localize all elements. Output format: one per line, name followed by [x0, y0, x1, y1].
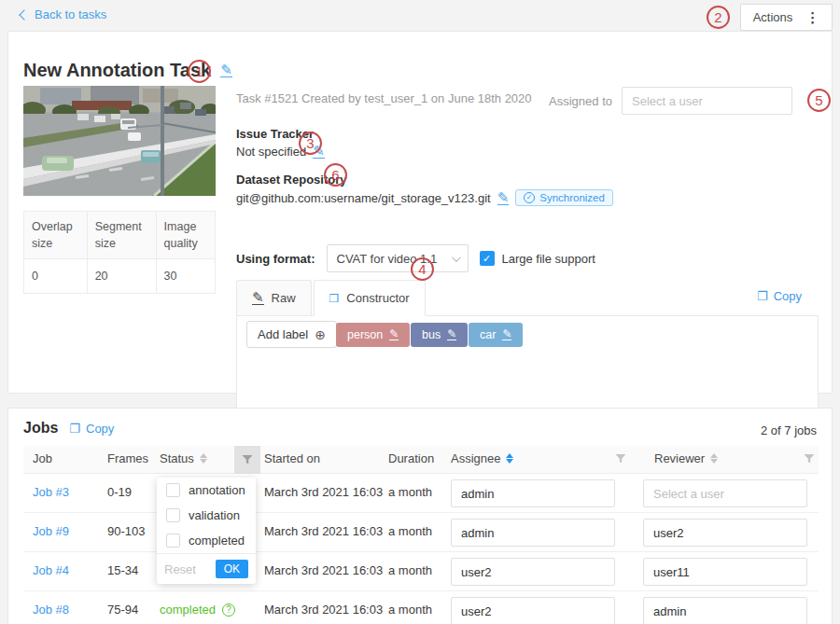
col-status-label: Status — [160, 451, 194, 465]
large-file-support-option: ✓ Large file support — [480, 251, 595, 266]
col-duration: Duration — [388, 451, 434, 465]
job-duration: a month — [388, 524, 432, 538]
col-reviewer[interactable]: Reviewer — [654, 451, 718, 465]
reviewer-filter-button[interactable] — [804, 453, 815, 467]
labels-constructor-panel: Add label ⊕ person ✎ bus ✎ car ✎ — [236, 316, 819, 409]
job-link[interactable]: Job #9 — [33, 524, 69, 538]
filter-ok-button[interactable]: OK — [216, 560, 248, 578]
tab-raw[interactable]: ✎ Raw — [236, 280, 312, 315]
label-chip-person[interactable]: person ✎ — [336, 323, 410, 347]
jobs-table: Job Frames Status Started on Duration As… — [23, 446, 819, 624]
filter-option-validation-label: validation — [189, 508, 240, 522]
question-circle-icon: ? — [222, 603, 235, 617]
annotation-checkbox[interactable] — [166, 483, 180, 497]
actions-label: Actions — [753, 10, 793, 24]
status-sort-icon[interactable] — [200, 453, 207, 464]
filter-funnel-icon — [242, 454, 253, 465]
format-select[interactable]: CVAT for video 1.1 — [327, 244, 469, 272]
jobs-copy-button[interactable]: ❐ Copy — [69, 422, 114, 436]
validation-checkbox[interactable] — [166, 508, 180, 522]
sync-badge-label: Synchronized — [539, 192, 605, 203]
job-started: March 3rd 2021 16:03 — [264, 563, 383, 577]
label-chip-bus[interactable]: bus ✎ — [411, 323, 468, 347]
filter-option-annotation[interactable]: annotation — [157, 478, 256, 503]
reviewer-input[interactable] — [643, 519, 807, 547]
status-filter-button[interactable] — [234, 446, 260, 474]
back-arrow-icon — [19, 9, 29, 20]
col-reviewer-label: Reviewer — [654, 451, 705, 465]
add-label-button[interactable]: Add label ⊕ — [246, 321, 337, 348]
edit-label-car-icon[interactable]: ✎ — [502, 329, 511, 340]
reviewer-sort-icon[interactable] — [710, 453, 718, 464]
job-link[interactable]: Job #8 — [33, 603, 69, 617]
completed-checkbox[interactable] — [166, 534, 180, 548]
large-file-checkbox[interactable]: ✓ — [480, 251, 495, 266]
annotation-circle-1: 1 — [188, 60, 211, 83]
reviewer-input[interactable] — [643, 558, 807, 586]
edit-label-bus-icon[interactable]: ✎ — [447, 329, 456, 340]
label-chip-car[interactable]: car ✎ — [469, 323, 523, 347]
label-bus-name: bus — [422, 328, 441, 341]
job-status: completed ? — [160, 603, 235, 617]
more-dots-icon: ⋮ — [805, 9, 819, 26]
col-job: Job — [33, 451, 52, 465]
job-started: March 3rd 2021 16:03 — [264, 485, 383, 499]
assignee-input[interactable] — [451, 479, 615, 507]
filter-funnel-icon — [804, 453, 815, 465]
assignee-input[interactable] — [451, 558, 615, 586]
assignee-filter-button[interactable] — [615, 453, 626, 467]
task-preview-image — [23, 86, 216, 196]
annotation-circle-4: 4 — [411, 257, 434, 281]
back-to-tasks-link[interactable]: Back to tasks — [21, 7, 106, 21]
filter-reset-button[interactable]: Reset — [164, 562, 196, 576]
annotation-circle-5: 5 — [807, 89, 831, 112]
annotation-circle-2: 2 — [707, 6, 730, 29]
assigned-to-select[interactable] — [622, 87, 792, 115]
copy-icon: ❐ — [757, 289, 768, 303]
page-title: New Annotation Task — [23, 60, 211, 81]
edit-label-person-icon[interactable]: ✎ — [389, 329, 399, 340]
param-header-quality: Image quality — [156, 212, 215, 259]
assignee-input[interactable] — [451, 597, 615, 624]
task-parameters-table: Overlap size Segment size Image quality … — [23, 211, 216, 294]
copy-icon: ❐ — [69, 422, 80, 436]
job-frames: 90-103 — [107, 524, 145, 538]
assignee-sort-icon[interactable] — [506, 453, 513, 464]
filter-option-completed[interactable]: completed — [157, 528, 256, 553]
annotation-circle-6: 6 — [324, 163, 347, 187]
filter-option-validation[interactable]: validation — [157, 503, 256, 528]
filter-option-annotation-label: annotation — [189, 483, 245, 497]
job-duration: a month — [388, 485, 432, 499]
jobs-table-header: Job Frames Status Started on Duration As… — [23, 446, 819, 474]
col-assignee-label: Assignee — [451, 451, 500, 465]
param-value-quality: 30 — [156, 259, 215, 294]
col-frames: Frames — [107, 451, 148, 465]
actions-button[interactable]: Actions ⋮ — [740, 4, 833, 31]
add-label-text: Add label — [258, 327, 308, 341]
reviewer-input[interactable] — [643, 479, 807, 507]
dataset-repository-row: git@github.com:username/git_storage_v123… — [236, 189, 613, 206]
col-assignee[interactable]: Assignee — [451, 451, 513, 465]
filter-option-completed-label: completed — [189, 534, 245, 548]
jobs-header: Jobs ❐ Copy — [23, 420, 114, 437]
jobs-card: Jobs ❐ Copy 2 of 7 jobs Job Frames Statu… — [7, 408, 833, 624]
tab-constructor[interactable]: ❒ Constructor — [314, 280, 426, 316]
page: Back to tasks Actions ⋮ New Annotation T… — [0, 0, 840, 624]
param-value-overlap: 0 — [24, 259, 88, 294]
edit-repository-icon[interactable]: ✎ — [497, 191, 510, 205]
jobs-copy-label: Copy — [86, 422, 114, 436]
raw-pencil-icon: ✎ — [252, 291, 264, 305]
preview-road-scene — [23, 86, 216, 196]
col-started: Started on — [264, 451, 320, 465]
job-frames: 0-19 — [107, 485, 132, 499]
edit-title-icon[interactable]: ✎ — [220, 63, 232, 77]
job-link[interactable]: Job #4 — [33, 563, 69, 577]
job-row-2: Job #9 90-103 March 3rd 2021 16:03 a mon… — [23, 513, 819, 552]
assignee-input[interactable] — [451, 519, 615, 547]
jobs-count: 2 of 7 jobs — [761, 423, 817, 437]
reviewer-input[interactable] — [643, 597, 807, 624]
job-link[interactable]: Job #3 — [33, 485, 69, 499]
col-status[interactable]: Status — [160, 451, 207, 465]
labels-copy-button[interactable]: ❐ Copy — [757, 289, 802, 303]
tab-raw-label: Raw — [272, 291, 296, 305]
